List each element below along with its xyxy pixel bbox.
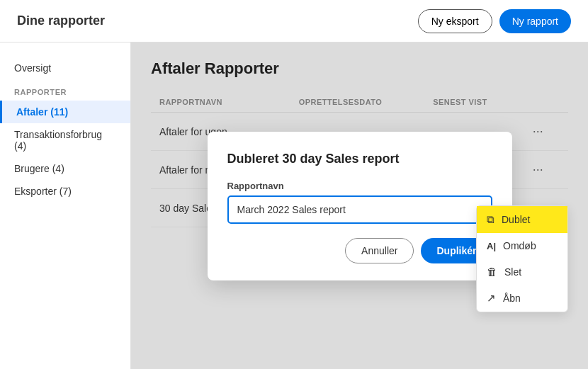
layout: Oversigt RAPPORTER Aftaler (11) Transakt… [0, 42, 588, 369]
dropdown-label-dublet: Dublet [502, 214, 530, 225]
modal-title: Dubleret 30 day Sales report [227, 152, 492, 166]
modal-footer: Annuller Duplikér [227, 238, 492, 263]
dropdown-menu: ⧉ Dublet A| Omdøb 🗑 Slet ↗ Åbn [476, 205, 568, 312]
header-title: Dine rapporter [17, 13, 105, 28]
sidebar: Oversigt RAPPORTER Aftaler (11) Transakt… [0, 42, 131, 369]
sidebar-item-aftaler[interactable]: Aftaler (11) [0, 101, 130, 123]
abn-icon: ↗ [487, 292, 496, 305]
header-buttons: Ny eksport Ny rapport [418, 9, 571, 33]
sidebar-section-label: RAPPORTER [0, 79, 130, 101]
ny-rapport-button[interactable]: Ny rapport [499, 9, 571, 33]
modal-input[interactable] [227, 195, 492, 224]
main-content: Aftaler Rapporter RAPPORTNAVN OPRETTELSE… [131, 42, 588, 369]
sidebar-item-oversigt[interactable]: Oversigt [0, 57, 130, 79]
ny-eksport-button[interactable]: Ny eksport [418, 9, 492, 33]
modal-field-label: Rapportnavn [227, 181, 492, 191]
sidebar-item-brugere[interactable]: Brugere (4) [0, 157, 130, 180]
dropdown-item-omdob[interactable]: A| Omdøb [477, 233, 567, 259]
sidebar-item-transaktionsforbrug[interactable]: Transaktionsforbrug (4) [0, 123, 130, 157]
cancel-button[interactable]: Annuller [345, 238, 414, 263]
omdob-icon: A| [487, 241, 496, 251]
dropdown-item-slet[interactable]: 🗑 Slet [477, 259, 567, 285]
header: Dine rapporter Ny eksport Ny rapport [0, 0, 588, 42]
dropdown-label-abn: Åbn [503, 293, 521, 304]
dublet-icon: ⧉ [487, 213, 494, 226]
modal: Dubleret 30 day Sales report Rapportnavn… [208, 132, 512, 280]
dropdown-item-dublet[interactable]: ⧉ Dublet [477, 206, 567, 233]
sidebar-item-eksporter[interactable]: Eksporter (7) [0, 180, 130, 203]
dropdown-label-omdob: Omdøb [503, 240, 536, 251]
dropdown-label-slet: Slet [504, 266, 521, 278]
dropdown-item-abn[interactable]: ↗ Åbn [477, 285, 567, 312]
slet-icon: 🗑 [487, 266, 497, 278]
